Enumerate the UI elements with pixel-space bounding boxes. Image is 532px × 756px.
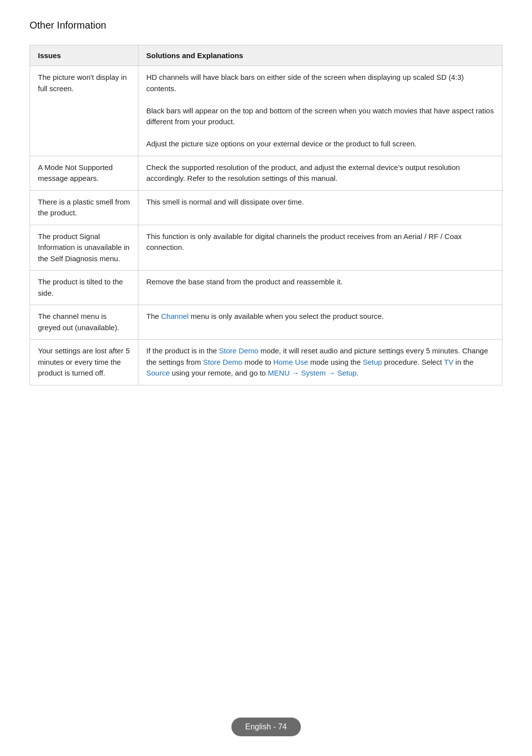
solution-cell: The Channel menu is only available when … xyxy=(138,305,502,340)
solution-cell: Check the supported resolution of the pr… xyxy=(138,156,502,190)
source-link[interactable]: Source xyxy=(146,369,170,377)
issues-table: Issues Solutions and Explanations The pi… xyxy=(30,45,502,385)
solution-cell: Remove the base stand from the product a… xyxy=(138,271,502,305)
page-title: Other Information xyxy=(30,20,502,31)
menu-system-setup-link[interactable]: MENU → System → Setup. xyxy=(268,369,359,377)
solution-cell: If the product is in the Store Demo mode… xyxy=(138,340,502,385)
table-row: A Mode Not Supported message appears. Ch… xyxy=(30,156,502,190)
solution-cell: This smell is normal and will dissipate … xyxy=(138,190,502,225)
table-row: The product Signal Information is unavai… xyxy=(30,225,502,271)
table-row: The product is tilted to the side. Remov… xyxy=(30,271,502,305)
issue-cell: A Mode Not Supported message appears. xyxy=(30,156,138,190)
col-issues-header: Issues xyxy=(30,45,138,66)
solution-cell: This function is only available for digi… xyxy=(138,225,502,271)
table-row: The picture won't display in full screen… xyxy=(30,66,502,156)
issue-cell: The picture won't display in full screen… xyxy=(30,66,138,156)
issue-cell: There is a plastic smell from the produc… xyxy=(30,190,138,225)
col-solutions-header: Solutions and Explanations xyxy=(138,45,502,66)
setup-link[interactable]: Setup xyxy=(363,358,382,366)
store-demo-link-1[interactable]: Store Demo xyxy=(219,346,259,355)
solution-cell: HD channels will have black bars on eith… xyxy=(138,66,502,156)
store-demo-link-2[interactable]: Store Demo xyxy=(203,358,242,366)
page-number-footer: English - 74 xyxy=(232,718,301,736)
issue-cell: Your settings are lost after 5 minutes o… xyxy=(30,340,138,385)
issue-cell: The product Signal Information is unavai… xyxy=(30,225,138,271)
channel-link[interactable]: Channel xyxy=(161,312,189,320)
issue-cell: The channel menu is greyed out (unavaila… xyxy=(30,305,138,340)
tv-link[interactable]: TV xyxy=(444,358,453,366)
issue-cell: The product is tilted to the side. xyxy=(30,271,138,305)
table-row: There is a plastic smell from the produc… xyxy=(30,190,502,225)
table-row: Your settings are lost after 5 minutes o… xyxy=(30,340,502,385)
table-header-row: Issues Solutions and Explanations xyxy=(30,45,502,66)
home-use-link[interactable]: Home Use xyxy=(273,358,308,366)
table-row: The channel menu is greyed out (unavaila… xyxy=(30,305,502,340)
